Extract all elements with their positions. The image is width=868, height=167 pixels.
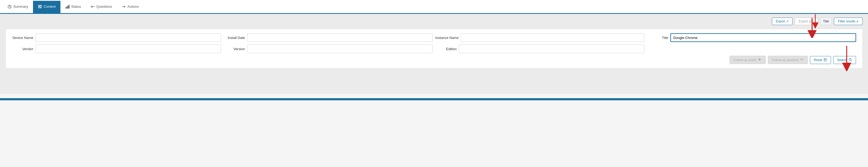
install-date-input[interactable]	[247, 33, 433, 42]
followup-question-icon	[800, 58, 804, 62]
reset-button[interactable]: Reset	[810, 56, 831, 64]
device-name-input[interactable]	[35, 33, 221, 42]
svg-rect-10	[69, 5, 69, 8]
questions-icon	[91, 4, 95, 9]
title-input[interactable]	[671, 33, 856, 42]
edition-label: Edition	[435, 47, 457, 51]
svg-rect-16	[824, 59, 827, 61]
vendor-label: Vendor	[12, 47, 33, 51]
summary-icon	[7, 4, 12, 9]
svg-rect-9	[68, 6, 68, 8]
tab-bar: Summary Content Status Questions Actions	[0, 0, 868, 14]
action-row: Follow-up action Follow-up question Rese…	[12, 56, 856, 64]
search-label: Search	[837, 58, 847, 62]
filter-row-2: Vendor Version Edition	[12, 45, 856, 53]
followup-action-icon	[758, 58, 762, 62]
svg-line-22	[851, 60, 852, 61]
svg-marker-14	[759, 58, 761, 61]
svg-rect-1	[38, 5, 42, 6]
content-icon	[38, 4, 42, 9]
tab-summary-label: Summary	[13, 4, 28, 8]
followup-question-label: Follow-up question	[772, 58, 799, 62]
instance-name-input[interactable]	[461, 33, 644, 42]
device-name-label: Device Name	[12, 36, 33, 40]
svg-rect-7	[65, 7, 66, 8]
install-date-field: Install Date	[224, 33, 433, 42]
instance-name-label: Instance Name	[435, 36, 459, 40]
tab-questions[interactable]: Questions	[86, 1, 117, 13]
title-badge: Title	[820, 18, 832, 25]
tab-status-label: Status	[71, 4, 81, 8]
followup-action-label: Follow-up action	[734, 58, 757, 62]
export-all-label: Export all r	[799, 20, 814, 23]
tab-status[interactable]: Status	[60, 1, 86, 13]
tab-content-label: Content	[44, 4, 56, 8]
main-content: Export ↗ Export all r Title Filter resul…	[0, 14, 868, 94]
search-button[interactable]: Search	[833, 56, 856, 64]
search-icon	[848, 58, 852, 62]
bottom-bar	[0, 98, 868, 100]
export-button[interactable]: Export ↗	[772, 18, 793, 25]
version-field: Version	[224, 45, 433, 53]
tab-content[interactable]: Content	[33, 1, 61, 13]
status-icon	[65, 4, 69, 9]
toolbar-row: Export ↗ Export all r Title Filter resul…	[5, 18, 863, 25]
device-name-field: Device Name	[12, 33, 221, 42]
filter-results-button[interactable]: Filter results ∧	[834, 18, 863, 25]
export-all-button[interactable]: Export all r	[795, 18, 818, 25]
svg-line-6	[41, 8, 41, 8]
export-label: Export ↗	[776, 20, 789, 23]
title-field: Title	[647, 33, 856, 42]
version-input[interactable]	[247, 45, 433, 53]
actions-icon	[122, 4, 126, 9]
edition-input[interactable]	[459, 45, 644, 53]
svg-rect-8	[67, 6, 67, 8]
tab-actions-label: Actions	[127, 4, 139, 8]
version-label: Version	[224, 47, 245, 51]
edition-field: Edition	[435, 45, 644, 53]
tab-questions-label: Questions	[96, 4, 112, 8]
reset-label: Reset	[814, 58, 822, 62]
followup-question-button: Follow-up question	[768, 56, 808, 64]
svg-point-21	[849, 58, 851, 60]
filter-row-1: Device Name Install Date Instance Name T…	[12, 33, 856, 42]
tab-actions[interactable]: Actions	[117, 1, 144, 13]
followup-action-button: Follow-up action	[730, 56, 766, 64]
tab-summary[interactable]: Summary	[3, 1, 33, 13]
reset-icon	[824, 58, 827, 62]
vendor-input[interactable]	[35, 45, 221, 53]
install-date-label: Install Date	[224, 36, 245, 40]
instance-name-field: Instance Name	[435, 33, 644, 42]
filter-form: Device Name Install Date Instance Name T…	[5, 29, 863, 68]
filter-results-label: Filter results ∧	[838, 20, 859, 23]
vendor-field: Vendor	[12, 45, 221, 53]
title-label: Title	[647, 36, 668, 40]
